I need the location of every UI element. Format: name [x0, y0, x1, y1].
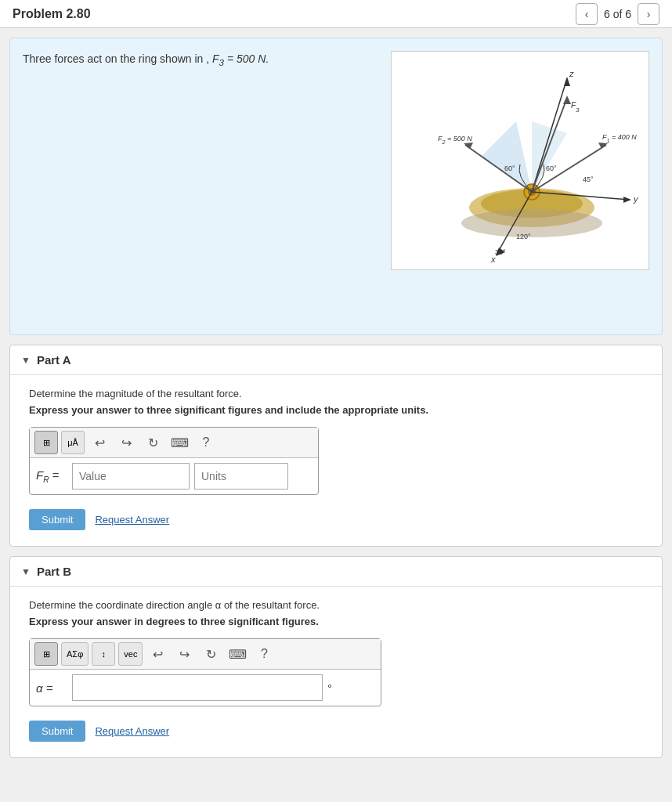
part-b-title: Part B: [37, 565, 71, 578]
svg-text:30°: 30°: [495, 248, 506, 256]
svg-text:45°: 45°: [583, 175, 594, 183]
part-a-description: Determine the magnitude of the resultant…: [29, 388, 643, 399]
help-button-a[interactable]: ?: [194, 431, 218, 454]
part-a-submit-button[interactable]: Submit: [29, 509, 85, 530]
part-b-answer-box: ⊞ ΑΣφ ↕ vec ↩ ↪ ↻ ⌨ ?: [29, 638, 381, 706]
part-a-title: Part A: [37, 353, 71, 367]
part-b-submit-button[interactable]: Submit: [29, 721, 85, 742]
svg-text:120°: 120°: [516, 233, 531, 240]
part-a-collapse-icon: ▼: [21, 355, 31, 366]
problem-image: z y x F3 F2 = 500 N: [391, 51, 649, 270]
part-a-answer-label: FR =: [36, 468, 67, 484]
svg-text:60°: 60°: [546, 164, 557, 172]
matrix-icon-a: ⊞: [43, 438, 50, 448]
next-button[interactable]: ›: [638, 3, 659, 25]
nav-label: 6 of 6: [604, 8, 631, 20]
svg-text:60°: 60°: [504, 164, 515, 172]
problem-statement: Three forces act on the ring shown in ,: [23, 52, 209, 65]
problem-text: Three forces act on the ring shown in , …: [23, 51, 378, 322]
part-b-collapse-icon: ▼: [21, 566, 31, 577]
prev-button[interactable]: ‹: [576, 3, 598, 25]
part-b-answer-label: α =: [36, 681, 67, 695]
undo-button-a[interactable]: ↩: [88, 431, 111, 454]
part-b-body: Determine the coordinate direction angle…: [10, 587, 662, 757]
matrix-button-a[interactable]: ⊞: [34, 431, 58, 454]
part-b-toolbar: ⊞ ΑΣφ ↕ vec ↩ ↪ ↻ ⌨ ?: [30, 639, 381, 670]
part-a-request-button[interactable]: Request Answer: [95, 514, 169, 526]
mu-icon-a: μÅ: [67, 438, 78, 447]
sigma-button-b[interactable]: ΑΣφ: [61, 642, 89, 666]
part-a-answer-box: ⊞ μÅ ↩ ↪ ↻ ⌨ ? FR =: [29, 427, 319, 495]
nav-controls: ‹ 6 of 6 ›: [576, 3, 659, 25]
main-content: Three forces act on the ring shown in , …: [0, 28, 672, 768]
part-b-instruction: Express your answer in degrees to three …: [29, 616, 643, 627]
problem-title: Problem 2.80: [13, 7, 91, 21]
part-a-value-input[interactable]: [72, 463, 190, 490]
matrix-icon-b: ⊞: [43, 649, 50, 659]
part-b-answer-row: α = °: [30, 670, 381, 706]
part-a-actions: Submit Request Answer: [29, 509, 643, 530]
part-a-section: ▼ Part A Determine the magnitude of the …: [9, 345, 663, 547]
part-a-body: Determine the magnitude of the resultant…: [10, 375, 662, 546]
help-button-b[interactable]: ?: [252, 642, 276, 666]
part-b-description: Determine the coordinate direction angle…: [29, 599, 643, 611]
part-b-value-input[interactable]: [72, 674, 323, 701]
part-a-units-input[interactable]: [194, 463, 288, 490]
part-b-request-button[interactable]: Request Answer: [95, 725, 169, 737]
svg-text:z: z: [569, 69, 574, 78]
keyboard-button-b[interactable]: ⌨: [226, 642, 249, 666]
redo-button-b[interactable]: ↪: [172, 642, 196, 666]
updown-icon-b: ↕: [102, 649, 107, 659]
vec-icon-b: vec: [124, 649, 137, 659]
part-b-section: ▼ Part B Determine the coordinate direct…: [9, 556, 663, 758]
refresh-button-a[interactable]: ↻: [141, 431, 164, 454]
keyboard-button-a[interactable]: ⌨: [168, 431, 191, 454]
undo-button-b[interactable]: ↩: [146, 642, 169, 666]
vec-button-b[interactable]: vec: [118, 642, 143, 666]
mu-button-a[interactable]: μÅ: [61, 431, 85, 454]
header: Problem 2.80 ‹ 6 of 6 ›: [0, 0, 672, 28]
force-diagram: z y x F3 F2 = 500 N: [395, 55, 645, 266]
problem-formula: F3 = 500 N.: [212, 52, 269, 65]
part-a-instruction: Express your answer to three significant…: [29, 404, 643, 416]
part-a-toolbar: ⊞ μÅ ↩ ↪ ↻ ⌨ ?: [30, 428, 318, 458]
sigma-icon-b: ΑΣφ: [67, 649, 83, 659]
redo-button-a[interactable]: ↪: [114, 431, 138, 454]
part-b-actions: Submit Request Answer: [29, 721, 643, 742]
problem-card: Three forces act on the ring shown in , …: [9, 38, 663, 335]
refresh-button-b[interactable]: ↻: [199, 642, 222, 666]
svg-point-5: [461, 209, 602, 237]
degree-symbol: °: [327, 681, 332, 695]
matrix-button-b[interactable]: ⊞: [34, 642, 58, 666]
updown-button-b[interactable]: ↕: [92, 642, 115, 666]
part-a-answer-row: FR =: [30, 458, 318, 494]
part-b-header[interactable]: ▼ Part B: [10, 557, 662, 587]
part-a-header[interactable]: ▼ Part A: [10, 345, 662, 375]
